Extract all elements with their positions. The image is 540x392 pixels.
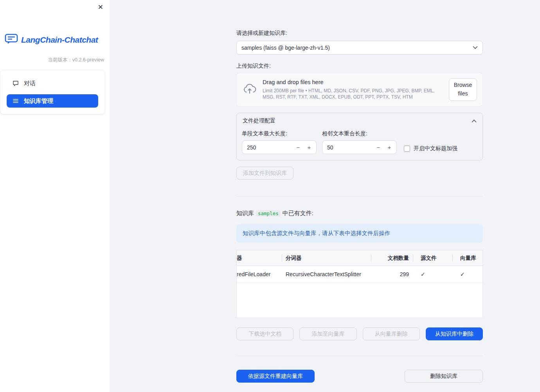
increment-button[interactable]: + (384, 144, 395, 151)
increment-button[interactable]: + (304, 144, 315, 151)
uploader-limit: Limit 200MB per file • HTML, MD, JSON, C… (263, 88, 443, 100)
chat-bubble-icon (13, 80, 19, 86)
chevron-up-icon (472, 119, 477, 122)
overlap-size-input[interactable]: 50 − + (322, 140, 397, 154)
expander-title: 文件处理配置 (243, 117, 275, 124)
kb-select-label: 请选择或新建知识库: (236, 30, 483, 37)
sidebar-item-label: 知识库管理 (24, 97, 53, 105)
file-config-expander: 文件处理配置 单段文本最大长度: 250 − + 相邻文本重合长度: (236, 113, 483, 160)
kb-files-suffix: 中已有文件: (283, 210, 313, 216)
chunk-size-input[interactable]: 250 − + (242, 140, 317, 154)
decrement-button[interactable]: − (293, 144, 304, 151)
divider (236, 356, 483, 356)
col-loader: 器 (237, 250, 282, 266)
table-row[interactable]: redFileLoader RecursiveCharacterTextSpli… (237, 266, 482, 282)
sidebar-close-button[interactable]: ✕ (96, 2, 105, 12)
info-text: 知识库中包含源文件与向量库，请从下表中选择文件后操作 (243, 230, 390, 237)
sidebar: ✕ LangChain-Chatchat 当前版本：v0.2.6-preview… (0, 0, 110, 392)
zh-title-label: 开启中文标题加强 (414, 145, 457, 152)
col-source-file: 源文件 (413, 250, 452, 266)
delete-from-vector-button[interactable]: 从向量库删除 (363, 327, 420, 340)
delete-from-kb-button[interactable]: 从知识库中删除 (426, 327, 483, 340)
zh-title-checkbox[interactable]: 开启中文标题加强 (404, 143, 477, 154)
checkbox-icon[interactable] (404, 146, 410, 152)
cell-vector-check: ✓ (452, 266, 482, 282)
upload-label: 上传知识文件: (236, 63, 483, 70)
divider (236, 196, 483, 196)
main-area: 请选择或新建知识库: samples (faiss @ bge-large-zh… (110, 0, 540, 392)
file-uploader-dropzone[interactable]: Drag and drop files here Limit 200MB per… (236, 73, 483, 106)
col-vector-store: 向量库 (452, 250, 482, 266)
logo-text: LangChain-Chatchat (21, 35, 98, 45)
kb-select[interactable]: samples (faiss @ bge-large-zh-v1.5) (236, 41, 483, 55)
kb-select-value: samples (faiss @ bge-large-zh-v1.5) (241, 45, 330, 51)
table-header: 器 分词器 文档数量 源文件 向量库 (237, 250, 482, 266)
chevron-down-icon (473, 46, 478, 49)
logo-chat-icon (5, 34, 18, 46)
files-table[interactable]: 器 分词器 文档数量 源文件 向量库 redFileLoader Recursi… (236, 250, 483, 318)
rebuild-vector-button[interactable]: 依据源文件重建向量库 (236, 370, 315, 383)
delete-kb-button[interactable]: 删除知识库 (405, 370, 483, 383)
cell-doc-count: 299 (371, 266, 413, 282)
sidebar-item-dialogue[interactable]: 对话 (7, 77, 98, 90)
cell-splitter: RecursiveCharacterTextSplitter (282, 266, 371, 282)
sidebar-menu: 对话 知识库管理 (0, 70, 104, 114)
col-splitter: 分词器 (282, 250, 371, 266)
overlap-size-field: 相邻文本重合长度: 50 − + (322, 130, 397, 154)
expander-header[interactable]: 文件处理配置 (237, 113, 482, 129)
chunk-size-field: 单段文本最大长度: 250 − + (242, 130, 317, 154)
expander-body: 单段文本最大长度: 250 − + 相邻文本重合长度: 50 − + (237, 129, 482, 160)
kb-files-heading: 知识库samples中已有文件: (236, 210, 483, 217)
cell-source-check: ✓ (413, 266, 452, 282)
info-banner: 知识库中包含源文件与向量库，请从下表中选择文件后操作 (236, 224, 483, 243)
kb-actions: 依据源文件重建向量库 删除知识库 (236, 370, 483, 383)
chunk-size-value: 250 (247, 144, 293, 151)
browse-files-button[interactable]: Browse files (449, 78, 477, 101)
download-selected-button[interactable]: 下载选中文档 (236, 327, 293, 340)
cell-loader: redFileLoader (237, 266, 282, 282)
file-actions: 下载选中文档 添加至向量库 从向量库删除 从知识库中删除 (236, 327, 483, 340)
sidebar-item-knowledge-base[interactable]: 知识库管理 (7, 94, 98, 108)
logo: LangChain-Chatchat (5, 34, 110, 46)
uploader-texts: Drag and drop files here Limit 200MB per… (263, 79, 443, 100)
uploader-title: Drag and drop files here (263, 79, 443, 85)
list-icon (13, 98, 19, 104)
sidebar-item-label: 对话 (24, 80, 36, 87)
overlap-size-label: 相邻文本重合长度: (322, 130, 397, 137)
decrement-button[interactable]: − (373, 144, 384, 151)
spacer (320, 370, 399, 383)
version-text: 当前版本：v0.2.6-preview (0, 57, 104, 63)
col-doc-count: 文档数量 (371, 250, 413, 266)
overlap-size-value: 50 (327, 144, 373, 151)
kb-name-code: samples (256, 210, 281, 217)
chunk-size-label: 单段文本最大长度: (242, 130, 317, 137)
kb-files-prefix: 知识库 (236, 210, 254, 216)
cloud-upload-icon (243, 84, 256, 95)
add-files-button[interactable]: 添加文件到知识库 (236, 167, 293, 180)
add-to-vector-button[interactable]: 添加至向量库 (299, 327, 356, 340)
